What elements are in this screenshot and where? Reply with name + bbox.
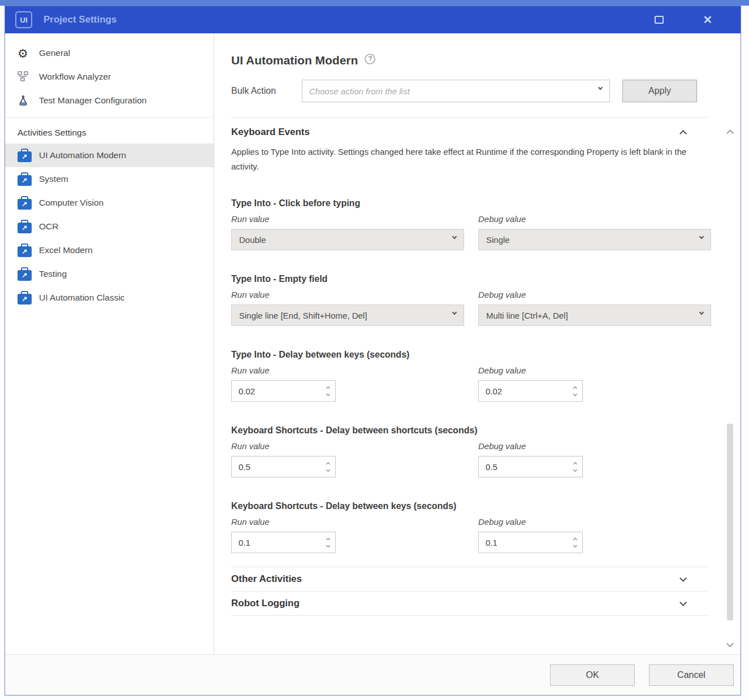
spinner-value: 0.5 [486,462,497,472]
sidebar-item-label: System [39,174,68,184]
gear-icon: ⚙ [18,47,39,59]
debug-value-dropdown[interactable]: Single [478,229,711,250]
ok-button[interactable]: OK [550,664,635,686]
vertical-scrollbar[interactable] [725,128,735,646]
sidebar-item-ui-automation-classic[interactable]: ↗ UI Automation Classic [5,286,214,310]
scrollbar-down-icon[interactable] [726,640,734,647]
bulk-action-input[interactable] [309,86,590,96]
help-icon[interactable]: ? [365,54,375,64]
sidebar-item-label: Computer Vision [39,198,103,208]
chevron-down-icon [699,234,704,239]
other-activities-title: Other Activities [231,573,302,585]
chevron-down-icon [452,310,457,315]
spinner-value: 0.02 [239,386,255,396]
debug-value-label: Debug value [478,366,709,375]
sidebar-item-computer-vision[interactable]: ↗ Computer Vision [5,191,214,215]
sidebar-item-ocr[interactable]: ↗ OCR [5,215,214,238]
debug-value-label: Debug value [478,214,711,224]
keyboard-events-header[interactable]: Keyboard Events [231,118,709,138]
setting-group-delay-between-shortcuts: Keyboard Shortcuts - Delay between short… [231,425,709,477]
setting-title: Type Into - Empty field [231,274,709,284]
run-value-spinner[interactable]: 0.1 [231,532,336,553]
robot-logging-title: Robot Logging [231,598,300,609]
debug-value-label: Debug value [478,517,709,527]
run-value-label: Run value [231,366,478,375]
setting-group-empty-field: Type Into - Empty field Run value Single… [231,274,709,326]
chevron-down-icon[interactable] [679,599,687,606]
dropdown-value: Single [486,235,510,245]
uipath-logo-icon: UI [15,11,32,28]
sidebar-divider [5,117,214,118]
spinner-value: 0.5 [239,462,250,472]
sidebar-item-system[interactable]: ↗ System [5,167,214,191]
project-settings-dialog: UI Project Settings ✕ ⚙ General Workflow… [5,6,741,695]
sidebar-item-label: General [39,48,70,58]
sidebar-item-testing[interactable]: ↗ Testing [5,262,214,286]
flask-icon [18,95,39,106]
cancel-button[interactable]: Cancel [649,664,734,686]
debug-value-label: Debug value [478,290,711,299]
chevron-up-icon[interactable] [679,130,687,137]
scrollbar-up-icon[interactable] [726,129,734,137]
run-value-label: Run value [231,517,478,527]
debug-value-spinner[interactable]: 0.5 [478,456,583,477]
sidebar-item-test-manager[interactable]: Test Manager Configuration [5,89,214,112]
sidebar-section-activities-settings: Activities Settings [5,122,214,144]
robot-logging-header[interactable]: Robot Logging [231,592,709,616]
settings-sidebar: ⚙ General Workflow Analyzer Test Manager… [5,33,214,654]
sidebar-item-label: UI Automation Classic [39,293,125,303]
run-value-label: Run value [231,441,478,451]
activity-package-icon: ↗ [18,149,39,162]
run-value-label: Run value [231,214,478,224]
close-icon: ✕ [703,13,713,27]
run-value-spinner[interactable]: 0.02 [231,380,336,402]
run-value-spinner[interactable]: 0.5 [231,456,336,477]
close-button[interactable]: ✕ [692,6,724,33]
spinner-arrows-icon[interactable] [327,532,330,553]
setting-title: Type Into - Click before typing [231,198,709,208]
debug-value-spinner[interactable]: 0.1 [478,532,583,553]
bulk-action-label: Bulk Action [231,86,302,96]
debug-value-spinner[interactable]: 0.02 [478,380,583,402]
spinner-arrows-icon[interactable] [574,532,577,553]
spinner-arrows-icon[interactable] [327,381,330,401]
activity-package-icon: ↗ [18,197,39,210]
titlebar[interactable]: UI Project Settings ✕ [5,6,741,33]
spinner-arrows-icon[interactable] [574,381,577,401]
settings-content-panel: UI Automation Modern ? Bulk Action Apply… [214,33,741,654]
setting-title: Keyboard Shortcuts - Delay between short… [231,425,709,436]
sidebar-item-label: Testing [39,269,67,279]
debug-value-dropdown[interactable]: Multi line [Ctrl+A, Del] [478,305,711,326]
run-value-label: Run value [231,290,478,299]
sidebar-item-workflow-analyzer[interactable]: Workflow Analyzer [5,65,214,89]
chevron-down-icon[interactable] [679,575,687,582]
maximize-button[interactable] [643,6,675,33]
activity-package-icon: ↗ [18,292,39,305]
spinner-arrows-icon[interactable] [574,456,577,477]
spinner-value: 0.1 [239,538,250,547]
dropdown-value: Multi line [Ctrl+A, Del] [486,311,568,320]
dropdown-value: Double [239,235,266,245]
run-value-dropdown[interactable]: Single line [End, Shift+Home, Del] [231,305,464,326]
sidebar-item-excel-modern[interactable]: ↗ Excel Modern [5,238,214,262]
spinner-arrows-icon[interactable] [327,456,330,477]
workflow-analyzer-icon [18,71,39,82]
setting-group-delay-between-keys: Type Into - Delay between keys (seconds)… [231,350,709,402]
spinner-value: 0.02 [486,386,502,396]
activity-package-icon: ↗ [18,173,39,186]
sidebar-item-label: Test Manager Configuration [39,95,146,106]
spinner-value: 0.1 [486,538,497,547]
chevron-down-icon [598,85,603,90]
sidebar-item-ui-automation-modern[interactable]: ↗ UI Automation Modern [5,144,214,167]
run-value-dropdown[interactable]: Double [231,229,464,250]
sidebar-item-label: UI Automation Modern [39,150,126,160]
scrollbar-thumb[interactable] [727,424,733,620]
other-activities-header[interactable]: Other Activities [231,567,709,592]
sidebar-item-general[interactable]: ⚙ General [5,41,214,65]
sidebar-item-label: Workflow Analyzer [39,72,111,82]
bulk-action-dropdown[interactable] [302,80,610,102]
chevron-down-icon [452,234,457,239]
activity-package-icon: ↗ [18,244,39,257]
apply-button[interactable]: Apply [622,80,697,102]
window-title: Project Settings [44,14,116,25]
